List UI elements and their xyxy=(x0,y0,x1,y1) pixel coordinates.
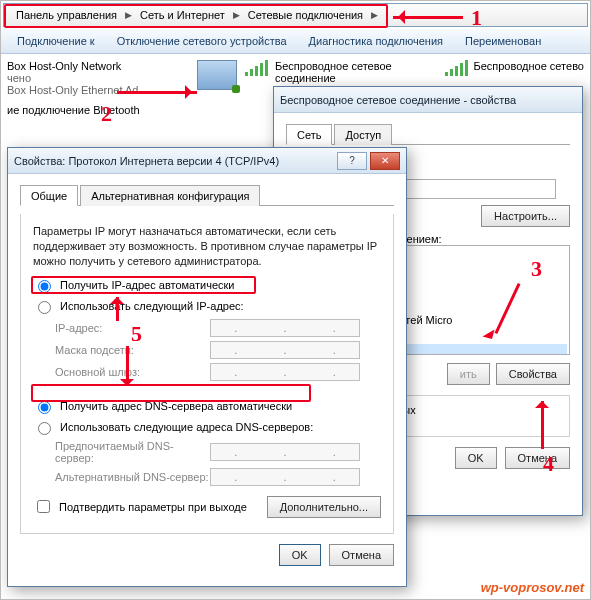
close-button[interactable]: ✕ xyxy=(370,152,400,170)
radio-dns-manual[interactable]: Использовать следующие адреса DNS-сервер… xyxy=(33,419,381,435)
label-dns1: Предпочитаемый DNS-сервер: xyxy=(55,440,210,464)
arrow-head-icon xyxy=(535,394,549,408)
annotation-number-3: 3 xyxy=(531,256,542,282)
radio-label: Получить адрес DNS-сервера автоматически xyxy=(60,400,292,412)
crumb-net-connections[interactable]: Сетевые подключения xyxy=(242,7,369,23)
radio-dns-auto[interactable]: Получить адрес DNS-сервера автоматически xyxy=(33,398,381,414)
gateway-input[interactable]: ... xyxy=(210,363,360,381)
uninstall-button[interactable]: ить xyxy=(447,363,490,385)
ipv4-properties-window[interactable]: Свойства: Протокол Интернета версии 4 (T… xyxy=(7,147,407,587)
annotation-number-2: 2 xyxy=(101,101,112,127)
command-bar: Подключение к Отключение сетевого устрой… xyxy=(1,29,590,54)
annotation-number-5: 5 xyxy=(131,321,142,347)
adapter-bluetooth-title: ие подключение Bluetooth xyxy=(7,104,167,116)
label-dns2: Альтернативный DNS-сервер: xyxy=(55,471,210,483)
properties-button[interactable]: Свойства xyxy=(496,363,570,385)
annotation-number-1: 1 xyxy=(471,5,482,31)
titlebar[interactable]: Свойства: Протокол Интернета версии 4 (T… xyxy=(8,148,406,174)
radio-label: Получить IP-адрес автоматически xyxy=(60,279,234,291)
toolbar-connect-to[interactable]: Подключение к xyxy=(13,33,99,49)
arrow-icon xyxy=(126,346,129,382)
radio-label: Использовать следующие адреса DNS-сервер… xyxy=(60,421,313,433)
arrow-icon xyxy=(117,91,197,94)
tabs: Общие Альтернативная конфигурация xyxy=(20,184,394,206)
arrow-head-icon xyxy=(120,379,134,393)
label-gateway: Основной шлюз: xyxy=(55,366,210,378)
watermark: wp-voprosov.net xyxy=(481,580,584,595)
network-adapter-icon xyxy=(197,60,237,90)
ip-desc: Параметры IP могут назначаться автоматич… xyxy=(33,224,381,269)
adapter-sub: чено xyxy=(7,72,167,84)
ip-address-input[interactable]: ... xyxy=(210,319,360,337)
tab-alternate[interactable]: Альтернативная конфигурация xyxy=(80,185,260,206)
adapter-title: Box Host-Only Network xyxy=(7,60,167,72)
adapter-wireless-2[interactable]: Беспроводное сетево xyxy=(445,60,584,76)
toolbar-diagnose[interactable]: Диагностика подключения xyxy=(305,33,447,49)
subnet-mask-input[interactable]: ... xyxy=(210,341,360,359)
chevron-right-icon[interactable]: ▶ xyxy=(123,10,134,20)
annotation-number-4: 4 xyxy=(543,451,554,477)
tab-access[interactable]: Доступ xyxy=(334,124,392,145)
window-title: Свойства: Протокол Интернета версии 4 (T… xyxy=(14,155,334,167)
adapter-sub2: Box Host-Only Ethernet Ad... xyxy=(7,84,167,96)
chevron-right-icon[interactable]: ▶ xyxy=(369,10,380,20)
cancel-button[interactable]: Отмена xyxy=(329,544,394,566)
radio-label: Использовать следующий IP-адрес: xyxy=(60,300,244,312)
breadcrumb[interactable]: Панель управления ▶ Сеть и Интернет ▶ Се… xyxy=(3,3,588,27)
arrow-head-icon xyxy=(110,290,124,304)
window-title: Беспроводное сетевое соединение - свойст… xyxy=(280,94,576,106)
dns1-input[interactable]: ... xyxy=(210,443,360,461)
arrow-icon xyxy=(541,401,544,449)
radio-input[interactable] xyxy=(38,422,51,435)
help-button[interactable]: ? xyxy=(337,152,367,170)
tab-general[interactable]: Общие xyxy=(20,185,78,206)
crumb-control-panel[interactable]: Панель управления xyxy=(10,7,123,23)
adapter-title: Беспроводное сетево xyxy=(473,60,584,72)
wifi-signal-icon xyxy=(245,60,267,76)
ok-button[interactable]: OK xyxy=(279,544,321,566)
radio-input[interactable] xyxy=(38,301,51,314)
radio-input[interactable] xyxy=(38,280,51,293)
cancel-button[interactable]: Отмена xyxy=(505,447,570,469)
advanced-button[interactable]: Дополнительно... xyxy=(267,496,381,518)
configure-button[interactable]: Настроить... xyxy=(481,205,570,227)
ok-button[interactable]: OK xyxy=(455,447,497,469)
validate-label: Подтвердить параметры при выходе xyxy=(59,501,247,513)
toolbar-rename[interactable]: Переименован xyxy=(461,33,545,49)
wifi-signal-icon xyxy=(445,60,467,76)
validate-checkbox[interactable] xyxy=(37,500,50,513)
radio-ip-auto[interactable]: Получить IP-адрес автоматически xyxy=(33,277,381,293)
crumb-network-internet[interactable]: Сеть и Интернет xyxy=(134,7,231,23)
tab-network[interactable]: Сеть xyxy=(286,124,332,145)
adapter-title: Беспроводное сетевое xyxy=(275,60,392,72)
adapter-sub: соединение xyxy=(275,72,392,84)
titlebar[interactable]: Беспроводное сетевое соединение - свойст… xyxy=(274,87,582,113)
toolbar-disable[interactable]: Отключение сетевого устройства xyxy=(113,33,291,49)
radio-input[interactable] xyxy=(38,401,51,414)
tabs: Сеть Доступ xyxy=(286,123,570,145)
radio-ip-manual[interactable]: Использовать следующий IP-адрес: xyxy=(33,298,381,314)
dns2-input[interactable]: ... xyxy=(210,468,360,486)
chevron-right-icon[interactable]: ▶ xyxy=(231,10,242,20)
adapter-hostonly[interactable]: Box Host-Only Network чено Box Host-Only… xyxy=(7,60,167,148)
arrow-icon xyxy=(393,16,463,19)
